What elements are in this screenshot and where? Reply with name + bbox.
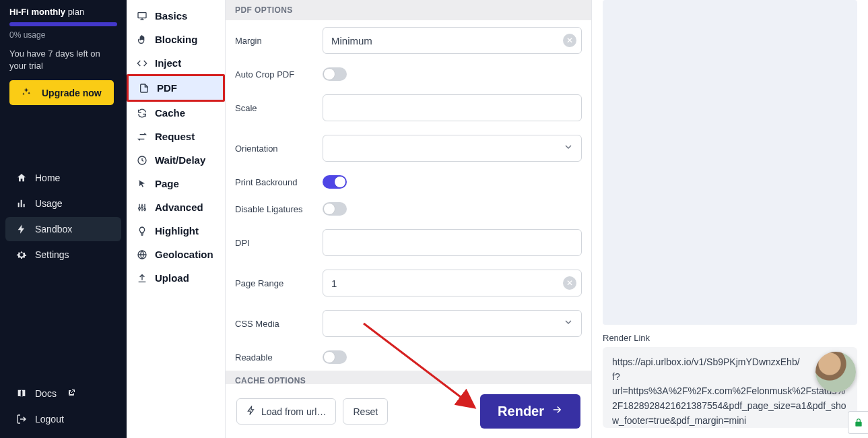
label-readable: Readable [235, 352, 314, 363]
label-scale: Scale [235, 103, 314, 113]
nav-logout[interactable]: Logout [5, 407, 121, 431]
row-css-media: CSS Media [226, 303, 591, 344]
nav-settings[interactable]: Settings [5, 243, 121, 267]
css-media-select[interactable] [323, 310, 582, 337]
home-icon [16, 173, 27, 183]
svg-rect-0 [138, 12, 146, 18]
section-cache-options: CACHE OPTIONS [226, 371, 591, 384]
lightning-icon [16, 224, 27, 234]
plan-usage-text: 0% usage [9, 30, 117, 40]
svg-point-2 [139, 208, 141, 210]
tab-upload[interactable]: Upload [127, 266, 225, 290]
row-dpi: DPI [226, 222, 591, 263]
support-avatar[interactable] [815, 352, 856, 392]
tab-inject[interactable]: Inject [127, 51, 225, 75]
clear-page-range-icon[interactable]: ✕ [563, 276, 576, 290]
sparkle-icon [22, 87, 31, 98]
file-icon [138, 83, 150, 94]
nav-docs[interactable]: Docs [5, 381, 121, 406]
plan-box: Hi-Fi monthly plan 0% usage You have 7 d… [0, 7, 127, 113]
svg-point-3 [141, 206, 143, 208]
swap-icon [136, 131, 148, 142]
row-orientation: Orientation [226, 128, 591, 168]
arrow-right-icon [551, 404, 563, 419]
plan-name-line: Hi-Fi monthly plan [9, 7, 117, 17]
tab-geolocation[interactable]: Geolocation [127, 243, 225, 266]
clear-margin-icon[interactable]: ✕ [563, 34, 576, 47]
tab-blocking[interactable]: Blocking [127, 28, 225, 51]
plan-usage-bar [9, 22, 117, 26]
cursor-icon [136, 179, 148, 189]
tab-request[interactable]: Request [127, 125, 225, 148]
primary-sidebar: Hi-Fi monthly plan 0% usage You have 7 d… [0, 0, 127, 438]
refresh-icon [136, 108, 148, 119]
scale-input[interactable] [323, 94, 582, 121]
row-scale: Scale [226, 88, 591, 128]
nav-usage[interactable]: Usage [5, 191, 121, 216]
trial-remaining-text: You have 7 days left on your trial [9, 48, 117, 72]
readable-toggle[interactable] [323, 350, 347, 364]
row-readable: Readable [226, 344, 591, 371]
tab-highlight[interactable]: Highlight [127, 219, 225, 243]
print-bg-toggle[interactable] [323, 175, 347, 189]
code-icon [136, 58, 148, 69]
tab-advanced[interactable]: Advanced [127, 195, 225, 219]
label-auto-crop: Auto Crop PDF [235, 69, 314, 80]
globe-icon [136, 249, 148, 260]
lightbulb-icon [136, 226, 148, 237]
render-link-text: https://api.urlbox.io/v1/Sb9PKjmYDwnzxEh… [612, 356, 846, 426]
row-print-bg: Print Backround [226, 168, 591, 195]
reset-button[interactable]: Reset [343, 398, 388, 425]
monitor-icon [136, 11, 148, 22]
row-margin: Margin ✕ [226, 20, 591, 61]
logout-icon [16, 414, 27, 425]
upload-icon [136, 273, 148, 284]
tab-cache[interactable]: Cache [127, 101, 225, 125]
tab-basics[interactable]: Basics [127, 4, 225, 28]
render-link-label: Render Link [603, 333, 857, 343]
label-orientation: Orientation [235, 144, 314, 154]
form-column: PDF OPTIONS Margin ✕ Auto Crop PDF Scale… [226, 0, 592, 438]
render-button[interactable]: Render [480, 394, 580, 429]
bar-chart-icon [16, 198, 27, 209]
row-disable-ligatures: Disable Ligatures [226, 195, 591, 222]
label-print-bg: Print Backround [235, 177, 314, 187]
gear-icon [16, 249, 27, 260]
tab-pdf[interactable]: PDF [127, 74, 225, 102]
nav-home[interactable]: Home [5, 166, 121, 190]
clock-icon [136, 155, 148, 166]
margin-input[interactable] [323, 27, 582, 54]
row-page-range: Page Range ✕ [226, 263, 591, 303]
label-disable-ligatures: Disable Ligatures [235, 204, 314, 214]
form-scroll[interactable]: PDF OPTIONS Margin ✕ Auto Crop PDF Scale… [226, 0, 591, 384]
options-tabs: Basics Blocking Inject PDF Cache Request… [127, 0, 226, 438]
auto-crop-toggle[interactable] [323, 67, 347, 81]
external-link-icon [67, 388, 75, 399]
hand-icon [136, 34, 148, 45]
preview-canvas [603, 0, 857, 325]
page-range-input[interactable] [323, 270, 582, 296]
disable-ligatures-toggle[interactable] [323, 202, 347, 216]
nav-sandbox[interactable]: Sandbox [5, 217, 121, 241]
upgrade-button[interactable]: Upgrade now [9, 80, 114, 105]
label-dpi: DPI [235, 238, 314, 248]
orientation-select[interactable] [323, 135, 582, 162]
form-actions: Load from url… Reset Render [226, 384, 591, 438]
section-pdf-options: PDF OPTIONS [226, 0, 591, 20]
privacy-badge[interactable] [848, 411, 868, 434]
row-auto-crop: Auto Crop PDF [226, 61, 591, 88]
label-css-media: CSS Media [235, 319, 314, 329]
svg-point-4 [144, 208, 146, 210]
tab-page[interactable]: Page [127, 172, 225, 195]
lightning-icon [246, 406, 256, 417]
book-icon [16, 388, 27, 399]
sliders-icon [136, 202, 148, 213]
primary-nav: Home Usage Sandbox Settings [0, 160, 127, 272]
tab-wait-delay[interactable]: Wait/Delay [127, 148, 225, 172]
dpi-input[interactable] [323, 229, 582, 256]
load-from-url-button[interactable]: Load from url… [236, 398, 336, 425]
label-page-range: Page Range [235, 278, 314, 288]
label-margin: Margin [235, 36, 314, 46]
primary-nav-bottom: Docs Logout [0, 376, 127, 438]
